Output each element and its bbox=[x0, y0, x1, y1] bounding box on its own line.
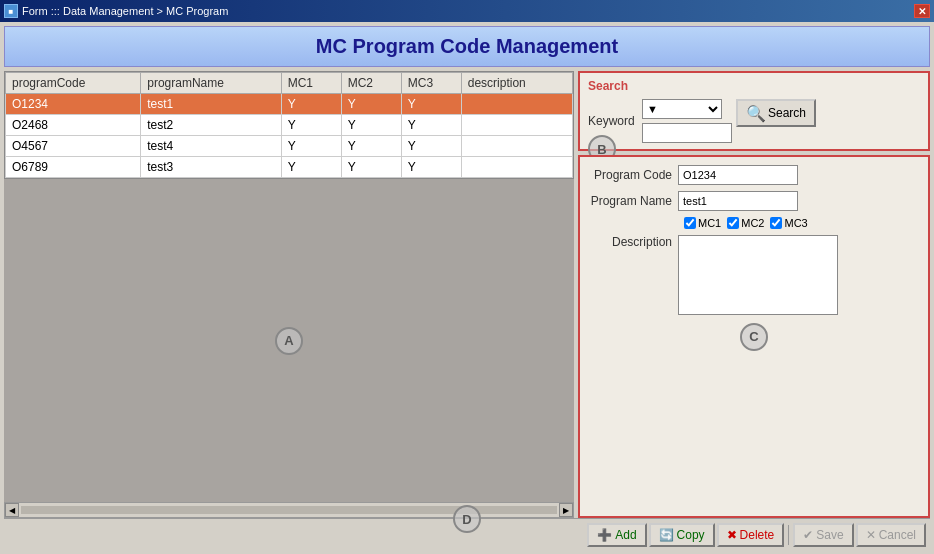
toolbar-separator bbox=[788, 525, 789, 545]
cell-mc3: Y bbox=[401, 157, 461, 178]
program-name-label: Program Name bbox=[588, 194, 678, 208]
cell-program-name: test3 bbox=[141, 157, 281, 178]
program-code-row: Program Code bbox=[588, 165, 920, 185]
table-row[interactable]: O2468 test2 Y Y Y bbox=[6, 115, 573, 136]
mc2-checkbox-item[interactable]: MC2 bbox=[727, 217, 764, 229]
cell-mc1: Y bbox=[281, 136, 341, 157]
add-label: Add bbox=[615, 528, 636, 542]
scroll-right-arrow[interactable]: ▶ bbox=[559, 503, 573, 517]
copy-button[interactable]: 🔄 Copy bbox=[649, 523, 715, 547]
delete-icon: ✖ bbox=[727, 528, 737, 542]
save-icon: ✔ bbox=[803, 528, 813, 542]
cell-program-code: O4567 bbox=[6, 136, 141, 157]
table-row[interactable]: O4567 test4 Y Y Y bbox=[6, 136, 573, 157]
table-container: programCode programName MC1 MC2 MC3 desc… bbox=[4, 71, 574, 179]
left-panel: programCode programName MC1 MC2 MC3 desc… bbox=[4, 71, 574, 518]
cell-description bbox=[461, 157, 572, 178]
detail-section: Program Code Program Name MC1 MC2 bbox=[578, 155, 930, 518]
cell-mc2: Y bbox=[341, 94, 401, 115]
cell-program-code: O2468 bbox=[6, 115, 141, 136]
cell-program-code: O1234 bbox=[6, 94, 141, 115]
program-name-input[interactable] bbox=[678, 191, 798, 211]
search-title: Search bbox=[588, 79, 920, 93]
table-row[interactable]: O6789 test3 Y Y Y bbox=[6, 157, 573, 178]
cell-mc2: Y bbox=[341, 136, 401, 157]
cell-mc1: Y bbox=[281, 157, 341, 178]
col-mc1: MC1 bbox=[281, 73, 341, 94]
program-code-input[interactable] bbox=[678, 165, 798, 185]
cell-description bbox=[461, 115, 572, 136]
cancel-label: Cancel bbox=[879, 528, 916, 542]
copy-label: Copy bbox=[677, 528, 705, 542]
add-button[interactable]: ➕ Add bbox=[587, 523, 646, 547]
annotation-c: C bbox=[740, 323, 768, 351]
cell-mc1: Y bbox=[281, 94, 341, 115]
cancel-button[interactable]: ✕ Cancel bbox=[856, 523, 926, 547]
mc3-label: MC3 bbox=[784, 217, 807, 229]
col-description: description bbox=[461, 73, 572, 94]
cell-mc3: Y bbox=[401, 115, 461, 136]
copy-icon: 🔄 bbox=[659, 528, 674, 542]
title-bar: ■ Form ::: Data Management > MC Program … bbox=[0, 0, 934, 22]
mc1-checkbox-item[interactable]: MC1 bbox=[684, 217, 721, 229]
cell-program-name: test1 bbox=[141, 94, 281, 115]
data-table: programCode programName MC1 MC2 MC3 desc… bbox=[5, 72, 573, 178]
cell-mc1: Y bbox=[281, 115, 341, 136]
search-secondary-input[interactable] bbox=[642, 123, 732, 143]
cancel-icon: ✕ bbox=[866, 528, 876, 542]
cell-description bbox=[461, 94, 572, 115]
search-row: Keyword ▼ programCode programName 🔍 bbox=[588, 99, 920, 143]
main-content: MC Program Code Management programCode p… bbox=[0, 22, 934, 554]
title-bar-label: Form ::: Data Management > MC Program bbox=[22, 5, 228, 17]
cell-program-code: O6789 bbox=[6, 157, 141, 178]
search-fields: ▼ programCode programName 🔍 Search bbox=[642, 99, 816, 143]
col-program-code: programCode bbox=[6, 73, 141, 94]
cell-mc2: Y bbox=[341, 115, 401, 136]
content-layout: programCode programName MC1 MC2 MC3 desc… bbox=[4, 71, 930, 518]
search-inputs-col: ▼ programCode programName bbox=[642, 99, 732, 143]
description-textarea[interactable] bbox=[678, 235, 838, 315]
program-code-label: Program Code bbox=[588, 168, 678, 182]
annotation-c-wrapper: C bbox=[740, 323, 768, 351]
program-name-row: Program Name bbox=[588, 191, 920, 211]
cell-mc3: Y bbox=[401, 136, 461, 157]
description-label: Description bbox=[588, 235, 678, 249]
delete-button[interactable]: ✖ Delete bbox=[717, 523, 785, 547]
mc3-checkbox-item[interactable]: MC3 bbox=[770, 217, 807, 229]
app-icon: ■ bbox=[4, 4, 18, 18]
page-title: MC Program Code Management bbox=[4, 26, 930, 67]
save-button[interactable]: ✔ Save bbox=[793, 523, 853, 547]
description-row: Description bbox=[588, 235, 920, 315]
cell-description bbox=[461, 136, 572, 157]
search-button[interactable]: 🔍 Search bbox=[736, 99, 816, 127]
table-row[interactable]: O1234 test1 Y Y Y bbox=[6, 94, 573, 115]
search-btn-label: Search bbox=[768, 106, 806, 120]
col-mc3: MC3 bbox=[401, 73, 461, 94]
mc1-checkbox[interactable] bbox=[684, 217, 696, 229]
keyword-label: Keyword bbox=[588, 114, 638, 128]
table-gray-area: A bbox=[4, 179, 574, 502]
mc3-checkbox[interactable] bbox=[770, 217, 782, 229]
cell-mc3: Y bbox=[401, 94, 461, 115]
add-icon: ➕ bbox=[597, 528, 612, 542]
cell-program-name: test2 bbox=[141, 115, 281, 136]
close-button[interactable]: ✕ bbox=[914, 4, 930, 18]
checkbox-row: MC1 MC2 MC3 bbox=[684, 217, 920, 229]
scroll-track[interactable] bbox=[21, 506, 557, 514]
search-dropdown[interactable]: ▼ programCode programName bbox=[642, 99, 722, 119]
col-mc2: MC2 bbox=[341, 73, 401, 94]
scroll-left-arrow[interactable]: ◀ bbox=[5, 503, 19, 517]
bottom-toolbar: D ➕ Add 🔄 Copy ✖ Delete ✔ Save ✕ Cancel bbox=[4, 518, 930, 550]
annotation-a: A bbox=[275, 327, 303, 355]
col-program-name: programName bbox=[141, 73, 281, 94]
right-panel: Search Keyword ▼ programCode programName bbox=[578, 71, 930, 518]
table-scrollbar[interactable]: ◀ ▶ bbox=[4, 502, 574, 518]
mc2-checkbox[interactable] bbox=[727, 217, 739, 229]
search-section: Search Keyword ▼ programCode programName bbox=[578, 71, 930, 151]
save-label: Save bbox=[816, 528, 843, 542]
delete-label: Delete bbox=[740, 528, 775, 542]
mc2-label: MC2 bbox=[741, 217, 764, 229]
mc1-label: MC1 bbox=[698, 217, 721, 229]
search-icon: 🔍 bbox=[746, 104, 766, 123]
cell-mc2: Y bbox=[341, 157, 401, 178]
